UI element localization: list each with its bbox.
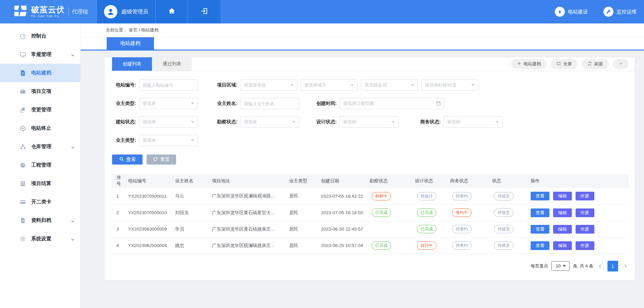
module-station-build[interactable]: 电站建设 — [555, 7, 588, 17]
chevron-down-icon — [71, 53, 75, 59]
table-row: 2 YX2023070500010 刘强东 广东深圳龙华区黄石镇星官大... 居… — [112, 204, 629, 221]
next-page-button[interactable] — [622, 263, 629, 269]
brand-divider — [68, 7, 69, 16]
owner-type2-label: 业主类型: — [112, 137, 136, 143]
owner-type2-placeholder: 请选择 — [143, 137, 156, 143]
edit-button[interactable]: 编辑 — [553, 241, 572, 250]
add-station-label: 电站建档 — [524, 61, 541, 67]
search-label: 搜索 — [126, 157, 136, 163]
business-status-label: 商务状态: — [415, 119, 441, 125]
create-time-range-input[interactable]: 请选择日期范围 — [339, 98, 445, 109]
caret-down-icon — [351, 84, 354, 86]
sidebar-item-project-initiation[interactable]: 项目立项 — [0, 82, 80, 101]
view-button[interactable]: 查看 — [531, 208, 549, 217]
sidebar-item-class2-card[interactable]: 开二类卡 — [0, 193, 80, 211]
void-button[interactable]: 作废 — [576, 208, 594, 217]
tab-approved-list[interactable]: 通过列表 — [152, 57, 192, 71]
void-button[interactable]: 作废 — [576, 241, 594, 250]
town-select[interactable]: 请选择村镇/街道 — [421, 79, 478, 91]
brand-title: 破茧云伏 — [31, 5, 65, 14]
module-monitor-ops-label: 监控运维 — [616, 9, 637, 15]
sidebar-item-change-management[interactable]: 变更管理 — [0, 101, 80, 119]
owner-type-label: 业主类型: — [112, 101, 136, 107]
cell-owner: 姚忠 — [172, 237, 209, 254]
filter-survey-status: 勘察状态: 请选择 — [212, 116, 299, 128]
sidebar-item-station-termination[interactable]: 电站终止 — [0, 119, 80, 137]
owner-type2-select[interactable]: 请选择 — [139, 135, 198, 146]
city-select[interactable]: 请选择城市 — [301, 79, 358, 91]
tab-create-list[interactable]: 创建列表 — [112, 57, 152, 71]
caret-down-icon — [391, 121, 395, 123]
owner-name-input[interactable] — [240, 98, 299, 109]
sidebar-item-project-settlement[interactable]: 项目结算 — [0, 174, 80, 193]
file-icon — [19, 217, 26, 224]
table-row: 1 YX2023070500011 马云 广东深圳龙华区观澜镇观湖路... 居民… — [112, 188, 629, 204]
sidebar-item-system-settings[interactable]: 系统设置 — [0, 230, 80, 248]
status-badge: 待提交 — [494, 208, 514, 217]
home-button[interactable] — [155, 0, 187, 23]
page-tab-station-archive[interactable]: 电站建档 — [107, 37, 154, 50]
edit-button[interactable]: 编辑 — [553, 208, 572, 217]
void-button[interactable]: 作废 — [576, 225, 594, 234]
sidebar-item-data-archive[interactable]: 资料归档 — [0, 211, 80, 230]
refresh-label: 刷新 — [594, 61, 603, 67]
status-badge: 待提交 — [494, 241, 514, 250]
fullscreen-button[interactable]: 全屏 — [551, 59, 578, 69]
col-header-business: 商务状态 — [447, 174, 489, 188]
owner-type-placeholder: 请选择 — [143, 101, 156, 107]
reset-button[interactable]: 重置 — [147, 155, 176, 165]
province-select[interactable]: 请选择省份 — [240, 79, 297, 91]
caret-down-icon — [411, 84, 414, 86]
reset-icon — [153, 157, 158, 163]
page-number-button[interactable]: 1 — [607, 261, 618, 271]
table-row: 3 YX2023063000009 学员 广东深圳龙华区黄石镇姚家庄... 居民… — [112, 221, 629, 237]
sidebar-item-engineering-management[interactable]: 工程管理 — [0, 156, 80, 174]
document-icon — [19, 70, 26, 76]
refresh-button[interactable]: 刷新 — [582, 59, 609, 69]
cell-owner: 学员 — [172, 221, 209, 237]
logout-icon — [200, 7, 208, 16]
chevron-down-icon — [71, 237, 75, 243]
sidebar-item-general-management[interactable]: 常规管理 — [0, 45, 80, 64]
module-monitor-ops[interactable]: 监控运维 — [603, 7, 637, 17]
station-table: 序号 电站编号 业主姓名 项目地址 业主类型 创建日期 勘察状态 设计状态 商务… — [112, 174, 629, 254]
caret-down-icon — [563, 265, 566, 267]
station-code-input[interactable] — [139, 79, 198, 91]
user-menu[interactable]: 超级管理员 — [97, 0, 155, 23]
district-select[interactable]: 请选择县/区 — [361, 79, 418, 91]
card-toolbar: 电站建档 全屏 刷新 — [511, 57, 635, 71]
build-status-select[interactable]: 请选择 — [139, 116, 198, 128]
owner-type-select[interactable]: 请选择 — [139, 98, 198, 109]
business-status-select[interactable]: 请选择 — [443, 116, 502, 128]
view-button[interactable]: 查看 — [531, 225, 549, 234]
cell-code: YX2023062500004 — [125, 237, 172, 254]
filter-row-1: 电站编号: 项目区域: 请选择省份 请选择城市 请选择县/区 请选择村镇/街道 — [105, 79, 635, 91]
create-time-label: 创建时间: — [311, 101, 337, 107]
logout-button[interactable] — [187, 0, 220, 23]
view-button[interactable]: 查看 — [531, 241, 549, 250]
search-button[interactable]: 搜索 — [112, 155, 143, 165]
void-button[interactable]: 作废 — [576, 192, 594, 200]
sidebar-item-label: 电站建档 — [31, 70, 51, 76]
pagination: 每页显示 10 条, 共 4 条 1 — [105, 261, 629, 271]
sidebar-item-station-archive[interactable]: 电站建档 — [0, 64, 80, 82]
view-button[interactable]: 查看 — [531, 192, 549, 200]
per-page-select[interactable]: 10 — [551, 261, 570, 271]
filter-row-3: 建站状态: 请选择 勘察状态: 请选择 设计状态: 请选择 商务状态: 请选择 — [105, 116, 635, 128]
region-selects: 请选择省份 请选择城市 请选择县/区 请选择村镇/街道 — [240, 79, 478, 91]
lightning-icon — [555, 7, 565, 17]
prev-page-button[interactable] — [597, 263, 604, 269]
refresh-icon — [587, 61, 592, 67]
sidebar-item-console[interactable]: 控制台 — [0, 27, 80, 45]
add-station-button[interactable]: 电站建档 — [511, 59, 547, 69]
edit-button[interactable]: 编辑 — [553, 192, 572, 200]
sidebar-item-warehouse-management[interactable]: 仓库管理 — [0, 137, 80, 156]
design-status-select[interactable]: 请选择 — [339, 116, 398, 128]
edit-button[interactable]: 编辑 — [553, 225, 572, 234]
collapse-button[interactable] — [613, 59, 629, 69]
home-icon — [168, 7, 176, 16]
survey-status-select[interactable]: 请选择 — [240, 116, 299, 128]
business-status-placeholder: 请选择 — [447, 119, 460, 125]
breadcrumb-path[interactable]: 首页 / 电站建档 — [129, 27, 159, 33]
calculator-icon — [19, 180, 26, 187]
